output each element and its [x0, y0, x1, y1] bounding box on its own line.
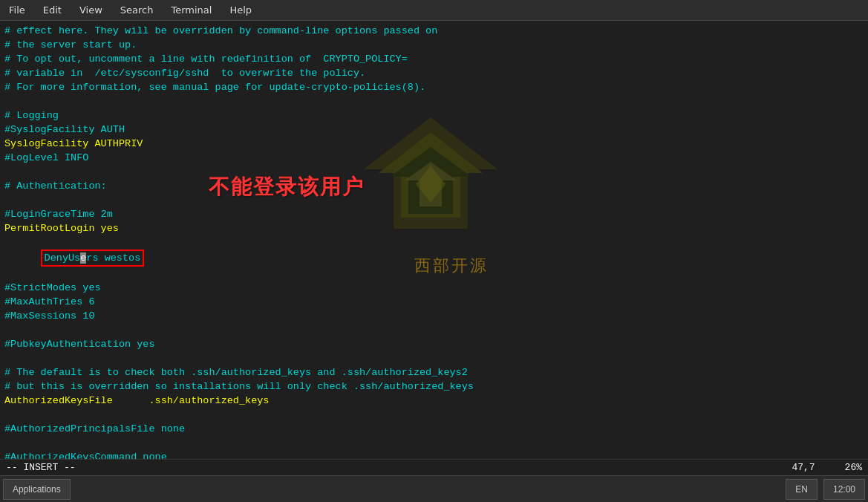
code-line-29: #AuthorizedKeysCommand none [4, 450, 864, 459]
code-line-9: SyslogFacility AUTHPRIV [4, 137, 864, 151]
menu-help[interactable]: Help [226, 3, 255, 17]
code-line-3: # To opt out, uncomment a line with rede… [4, 52, 864, 66]
code-line-10: #LogLevel INFO [4, 151, 864, 165]
status-position: 47,7 26% [792, 462, 862, 473]
code-line-6 [4, 94, 864, 108]
menu-file[interactable]: File [6, 3, 28, 17]
code-line-11 [4, 165, 864, 179]
denyusers-box: DenyUsers westos [41, 250, 145, 267]
code-line-denyusers: DenyUsers westos [4, 235, 864, 281]
taskbar-btn-1[interactable]: Applications [3, 479, 71, 500]
scroll-percent: 26% [845, 462, 862, 473]
menu-edit[interactable]: Edit [40, 3, 65, 17]
terminal-window: File Edit View Search Terminal Help # ef… [0, 0, 868, 502]
terminal-body[interactable]: # effect here. They will be overridden b… [0, 21, 868, 459]
taskbar-right-btn-2[interactable]: 12:00 [823, 479, 865, 500]
taskbar: Applications EN 12:00 [0, 475, 868, 502]
code-line-5: # For more information, see manual page … [4, 80, 864, 94]
cursor-position: 47,7 [792, 462, 815, 473]
code-line-27: #AuthorizedPrincipalsFile none [4, 422, 864, 436]
code-line-1: # effect here. They will be overridden b… [4, 24, 864, 38]
code-line-12: # Authentication: [4, 179, 864, 193]
code-line-19: #MaxSessions 10 [4, 309, 864, 323]
menu-terminal[interactable]: Terminal [168, 3, 215, 17]
code-line-8: #SyslogFacility AUTH [4, 123, 864, 137]
menu-search[interactable]: Search [117, 3, 157, 17]
code-line-14: #LoginGraceTime 2m [4, 207, 864, 221]
code-line-20 [4, 323, 864, 337]
status-mode: -- INSERT -- [6, 462, 792, 473]
code-line-17: #StrictModes yes [4, 281, 864, 295]
code-line-24: # but this is overridden so installation… [4, 379, 864, 394]
code-line-21: #PubkeyAuthentication yes [4, 337, 864, 351]
code-line-23: # The default is to check both .ssh/auth… [4, 365, 864, 379]
taskbar-right-btn-1[interactable]: EN [786, 479, 818, 500]
code-line-4: # variable in /etc/sysconfig/sshd to ove… [4, 66, 864, 80]
code-line-26 [4, 408, 864, 422]
code-line-2: # the server start up. [4, 38, 864, 52]
code-line-15: PermitRootLogin yes [4, 221, 864, 235]
code-line-13 [4, 193, 864, 207]
menu-view[interactable]: View [76, 3, 105, 17]
status-bar: -- INSERT -- 47,7 26% [0, 459, 868, 475]
code-line-7: # Logging [4, 108, 864, 123]
code-line-22 [4, 351, 864, 365]
code-line-28 [4, 436, 864, 450]
code-line-25: AuthorizedKeysFile .ssh/authorized_keys [4, 394, 864, 408]
menu-bar: File Edit View Search Terminal Help [0, 0, 868, 21]
code-line-18: #MaxAuthTries 6 [4, 295, 864, 309]
